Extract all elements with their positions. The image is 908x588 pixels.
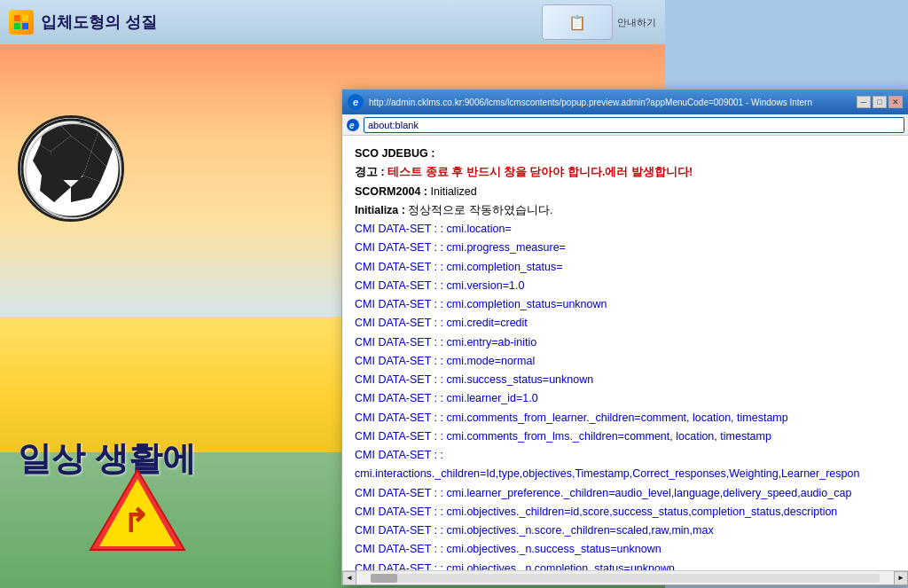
scrollbar-thumb[interactable] bbox=[371, 574, 397, 583]
cmi-line: CMI DATA-SET : : cmi.objectives._n.succe… bbox=[355, 540, 896, 559]
warning-sign-image: ↱ bbox=[89, 468, 186, 553]
guide-label: 안내하기 bbox=[617, 16, 656, 29]
scrollbar-track bbox=[371, 574, 880, 583]
scorm-line: SCORM2004 : Initialized bbox=[355, 183, 896, 201]
soccer-ball-image bbox=[18, 115, 124, 222]
svg-rect-0 bbox=[14, 15, 20, 21]
debug-warning-line: 경고 : 테스트 종료 후 반드시 창을 닫아야 합니다.에러 발생합니다! bbox=[355, 163, 896, 182]
cmi-lines-container: CMI DATA-SET : : cmi.location=CMI DATA-S… bbox=[355, 220, 896, 570]
scroll-left-button[interactable]: ◄ bbox=[342, 571, 356, 585]
popup-window: e http://admin.cklms.co.kr:9006/lcms/lcm… bbox=[341, 89, 908, 585]
url-input-field[interactable]: about:blank bbox=[364, 117, 904, 133]
popup-urlbar: e about:blank bbox=[342, 114, 908, 136]
initializa-value: 정상적으로 작동하였습니다. bbox=[408, 204, 552, 216]
svg-marker-10 bbox=[40, 176, 71, 202]
popup-scrollbar[interactable]: ◄ ► bbox=[342, 570, 908, 584]
svg-rect-1 bbox=[22, 15, 28, 21]
svg-marker-6 bbox=[60, 122, 98, 152]
scroll-right-button[interactable]: ► bbox=[894, 571, 908, 585]
svg-rect-2 bbox=[14, 23, 20, 29]
cmi-line: CMI DATA-SET : : cmi.comments_from_learn… bbox=[355, 409, 896, 427]
popup-window-controls[interactable]: ─ □ ✕ bbox=[857, 96, 903, 108]
cmi-line: CMI DATA-SET : : cmi.objectives._n.compl… bbox=[355, 560, 896, 571]
minimize-button[interactable]: ─ bbox=[857, 96, 871, 108]
svg-text:↱: ↱ bbox=[122, 503, 149, 539]
cmi-line: CMI DATA-SET : : cmi.mode=normal bbox=[355, 352, 896, 371]
svg-rect-3 bbox=[22, 23, 28, 29]
debug-section-title: SCO JDEBUG : bbox=[355, 145, 896, 163]
sco-jdebug-label: SCO JDEBUG : bbox=[355, 147, 434, 160]
bg-top-right-area: 안내하기 bbox=[542, 4, 656, 40]
cmi-line: CMI DATA-SET : : cmi.version=1.0 bbox=[355, 277, 896, 295]
popup-debug-content: SCO JDEBUG : 경고 : 테스트 종료 후 반드시 창을 닫아야 합니… bbox=[342, 136, 908, 570]
svg-marker-11 bbox=[33, 145, 59, 176]
svg-point-4 bbox=[22, 120, 120, 217]
popup-titlebar: e http://admin.cklms.co.kr:9006/lcms/lcm… bbox=[342, 90, 908, 114]
svg-marker-9 bbox=[71, 176, 100, 202]
cmi-line: CMI DATA-SET : : cmi.credit=credit bbox=[355, 314, 896, 333]
cmi-line: CMI DATA-SET : : cmi.learner_preference.… bbox=[355, 484, 896, 503]
bg-app-icon bbox=[9, 10, 34, 35]
warning-text: 테스트 종료 후 반드시 창을 닫아야 합니다.에러 발생합니다! bbox=[387, 166, 693, 178]
cmi-line: CMI DATA-SET : : cmi.entry=ab-initio bbox=[355, 333, 896, 352]
restore-button[interactable]: □ bbox=[873, 96, 887, 108]
cmi-line: CMI DATA-SET : : cmi.completion_status=u… bbox=[355, 295, 896, 314]
bg-app-title: 입체도형의 성질 bbox=[41, 12, 157, 33]
scorm-value: Initialized bbox=[430, 185, 476, 198]
cmi-line: CMI DATA-SET : : cmi.comments_from_lms._… bbox=[355, 427, 896, 446]
cmi-line: CMI DATA-SET : : cmi.learner_id=1.0 bbox=[355, 389, 896, 408]
cmi-line: CMI DATA-SET : : cmi.objectives._childre… bbox=[355, 503, 896, 521]
bg-titlebar: 입체도형의 성질 안내하기 bbox=[0, 0, 665, 44]
cmi-line: CMI DATA-SET : : cmi.objectives._n.score… bbox=[355, 521, 896, 540]
cmi-line: CMI DATA-SET : : cmi.success_status=unkn… bbox=[355, 371, 896, 389]
cmi-line: CMI DATA-SET : : cmi.completion_status= bbox=[355, 258, 896, 277]
svg-marker-5 bbox=[51, 136, 91, 176]
guide-image bbox=[542, 4, 613, 40]
svg-marker-8 bbox=[83, 152, 106, 182]
cmi-line: CMI DATA-SET : : cmi.interactions._child… bbox=[355, 446, 896, 484]
warning-label: 경고 : bbox=[355, 166, 385, 178]
svg-text:e: e bbox=[349, 121, 355, 130]
initializa-line: Initializa : 정상적으로 작동하였습니다. bbox=[355, 201, 896, 220]
ie-browser-icon: e bbox=[348, 94, 364, 110]
cmi-line: CMI DATA-SET : : cmi.progress_measure= bbox=[355, 239, 896, 257]
cmi-line: CMI DATA-SET : : cmi.location= bbox=[355, 220, 896, 239]
close-button[interactable]: ✕ bbox=[888, 96, 903, 108]
ie-small-icon: e bbox=[346, 118, 360, 132]
scorm-label: SCORM2004 : bbox=[355, 185, 427, 198]
initializa-label: Initializa : bbox=[355, 204, 405, 216]
popup-title: http://admin.cklms.co.kr:9006/lcms/lcmsc… bbox=[369, 98, 851, 107]
